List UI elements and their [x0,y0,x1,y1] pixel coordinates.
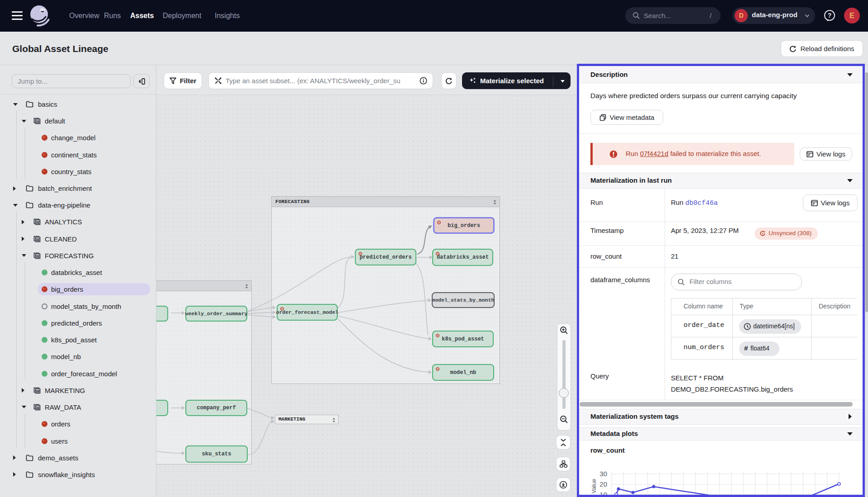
svg-text:Value: Value [590,479,597,493]
svg-text:20: 20 [599,480,607,488]
svg-text:10: 10 [599,491,607,495]
svg-text:30: 30 [599,470,607,478]
svg-text:?: ? [828,12,832,19]
